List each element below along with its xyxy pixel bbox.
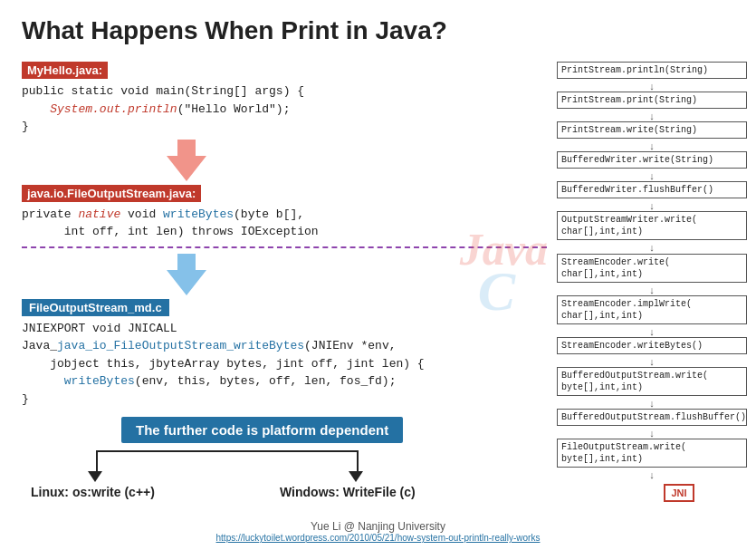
fileoutputstream-label: java.io.FileOutputStream.java: [22,185,201,202]
flow-box-4: BufferedWriter.flushBuffer() [557,181,747,198]
flow-arrow-10: ↓ [557,428,747,439]
flow-box-11: FileOutputStream.write(byte[],int,int) [557,439,747,468]
dashed-separator [22,246,547,248]
flow-arrow-4: ↓ [557,200,747,211]
jni-code: JNIEXPORT void JNICALL Java_java_io_File… [22,320,547,409]
flow-arrow-1: ↓ [557,111,747,121]
flow-box-2: PrintStream.write(String) [557,121,747,139]
arrow-pink-down [167,140,547,181]
flow-box-0: PrintStream.println(String) [557,62,747,79]
flow-arrow-8: ↓ [557,356,747,367]
footer-url: https://luckytoilet.wordpress.com/2010/0… [0,533,756,543]
myhello-section: MyHello.java: public static void main(St… [22,62,547,136]
flow-arrow-3: ↓ [557,170,747,181]
flow-box-8: StreamEncoder.writeBytes() [557,337,747,354]
flow-arrow-5: ↓ [557,242,747,253]
slide: What Happens When Print in Java? MyHello… [0,0,756,550]
flow-box-10: BufferedOutputStream.flushBuffer() [557,409,747,426]
arrow-blue-down [167,254,547,295]
jni-badge-wrap: JNI [557,480,747,502]
flow-arrow-9: ↓ [557,398,747,409]
right-flowchart: PrintStream.println(String) ↓ PrintStrea… [557,62,747,502]
myhello-label: MyHello.java: [22,62,108,79]
platform-dependent-label: The further code is platform dependent [121,417,403,443]
fileoutputstream-section: java.io.FileOutputStream.java: private n… [22,185,547,241]
flow-arrow-0: ↓ [557,81,747,92]
windows-label: Windows: WriteFile (c) [280,485,416,499]
flow-arrow-11: ↓ [557,469,747,480]
flow-box-3: BufferedWriter.write(String) [557,151,747,169]
jni-badge: JNI [664,484,694,502]
flow-box-1: PrintStream.print(String) [557,92,747,109]
myhello-code: public static void main(String[] args) {… [22,82,547,136]
fork-arrows: Linux: os:write (c++) Windows: WriteFile… [22,450,438,505]
left-column: MyHello.java: public static void main(St… [22,62,547,505]
flow-arrow-7: ↓ [557,326,747,337]
platform-box-wrap: The further code is platform dependent [67,411,547,449]
flow-box-7: StreamEncoder.implWrite(char[],int,int) [557,295,747,324]
flow-arrow-2: ↓ [557,140,747,151]
flow-box-5: OutputStreamWriter.write(char[],int,int) [557,211,747,240]
footer: Yue Li @ Nanjing University https://luck… [0,520,756,543]
flow-box-6: StreamEncoder.write(char[],int,int) [557,254,747,283]
jni-section: FileOutputStream_md.c JNIEXPORT void JNI… [22,299,547,409]
linux-label: Linux: os:write (c++) [31,485,155,499]
footer-name: Yue Li @ Nanjing University [0,520,756,533]
jni-label: FileOutputStream_md.c [22,299,169,316]
flow-arrow-6: ↓ [557,285,747,295]
page-title: What Happens When Print in Java? [22,16,734,45]
flow-box-9: BufferedOutputStream.write(byte[],int,in… [557,367,747,396]
fileoutputstream-code: private native void writeBytes(byte b[],… [22,206,547,241]
